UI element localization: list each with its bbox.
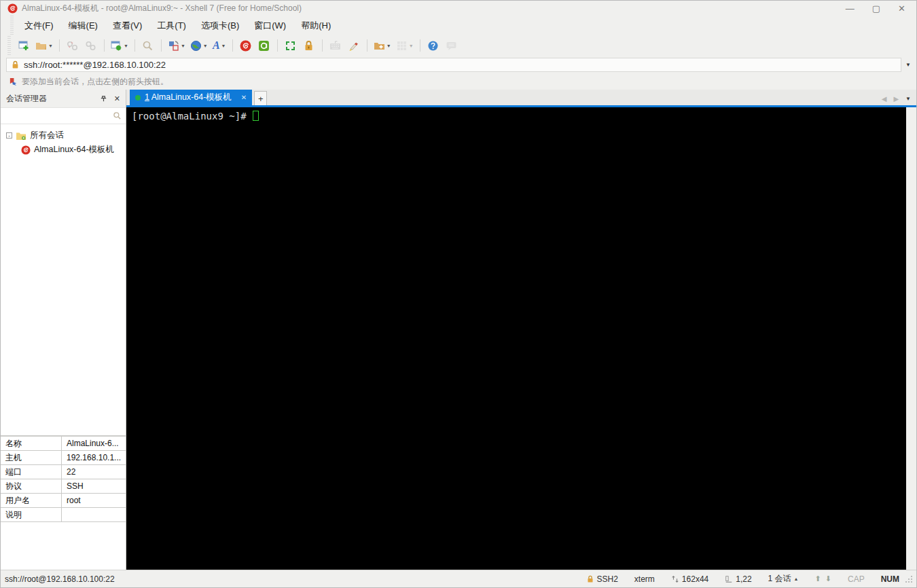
- address-lock-icon: [11, 60, 20, 69]
- terminal-scrollbar[interactable]: [906, 107, 916, 570]
- table-row: 用户名 root: [1, 493, 126, 507]
- font-dropdown[interactable]: ▼: [221, 43, 226, 48]
- keyboard-icon: [329, 40, 341, 52]
- menu-help[interactable]: 帮助(H): [294, 17, 338, 35]
- tab-label: 1 AlmaLinux-64-模板机: [145, 92, 232, 103]
- globe-icon: [190, 40, 202, 52]
- new-tab-button[interactable]: +: [254, 91, 267, 105]
- terminal-screen[interactable]: [root@AlmaLinux9 ~]#: [126, 107, 906, 570]
- sidebar-bottom-spacer: [1, 522, 126, 570]
- font-icon: A: [213, 40, 220, 51]
- collapse-expander-icon[interactable]: -: [6, 132, 12, 139]
- highlight-button[interactable]: [346, 37, 362, 54]
- open-folder-icon: [35, 40, 47, 52]
- xshell-session-icon: [21, 145, 31, 155]
- terminal-cursor: [253, 111, 259, 121]
- session-count-dropdown-icon[interactable]: ▲: [794, 576, 799, 581]
- tree-node-session[interactable]: AlmaLinux-64-模板机: [5, 143, 126, 157]
- disconnect-button[interactable]: [65, 37, 81, 54]
- font-button[interactable]: A ▼: [211, 37, 228, 54]
- window-resize-grip[interactable]: [905, 574, 914, 583]
- address-field[interactable]: ssh://root:******@192.168.10.100:22: [6, 58, 901, 72]
- property-label: 说明: [1, 508, 62, 521]
- session-search-box: [1, 108, 126, 124]
- status-session-nav: ⬆ ⬇: [807, 574, 840, 583]
- toolbar-separator: [59, 39, 60, 52]
- web-browser-dropdown[interactable]: ▼: [203, 43, 208, 48]
- tree-node-label: AlmaLinux-64-模板机: [34, 144, 114, 155]
- open-session-dropdown[interactable]: ▼: [48, 43, 53, 48]
- maximize-button[interactable]: ▢: [872, 3, 880, 14]
- tab-scroll-left-icon[interactable]: ◀: [882, 95, 887, 103]
- pin-icon[interactable]: [100, 95, 107, 103]
- feedback-button[interactable]: [444, 37, 460, 54]
- property-value: 22: [62, 465, 126, 479]
- reconnect-button[interactable]: [83, 37, 99, 54]
- web-browser-button[interactable]: ▼: [189, 37, 209, 54]
- session-properties-button[interactable]: ▼: [109, 37, 130, 54]
- open-session-button[interactable]: ▼: [34, 37, 54, 54]
- property-label: 名称: [1, 437, 62, 450]
- menubar-grip: [10, 16, 14, 36]
- session-properties-table: 名称 AlmaLinux-6... 主机 192.168.10.1... 端口 …: [1, 436, 126, 522]
- tab-active-session[interactable]: 1 AlmaLinux-64-模板机 ✕: [130, 90, 252, 105]
- lock-icon: [303, 40, 314, 52]
- compose-pane-button[interactable]: ▼: [166, 37, 187, 54]
- search-icon: [113, 111, 122, 120]
- toolbar-separator: [277, 39, 278, 52]
- fullscreen-button[interactable]: [283, 37, 299, 54]
- num-lock-label: NUM: [881, 574, 899, 584]
- status-terminal-size: 162x44: [663, 574, 717, 584]
- menu-view[interactable]: 查看(V): [106, 17, 149, 35]
- address-bar: ssh://root:******@192.168.10.100:22 ▼: [1, 55, 916, 74]
- status-terminal-type[interactable]: xterm: [626, 574, 663, 584]
- reconnect-icon: [85, 40, 96, 52]
- session-grid-button[interactable]: ▼: [395, 37, 415, 54]
- address-dropdown[interactable]: ▼: [905, 62, 911, 68]
- terminal-prompt: [root@AlmaLinux9 ~]#: [132, 111, 252, 122]
- menu-tabs[interactable]: 选项卡(B): [194, 17, 246, 35]
- compose-pane-dropdown[interactable]: ▼: [181, 43, 185, 48]
- status-num-lock: NUM: [873, 574, 901, 584]
- session-count-label: 1 会话: [768, 573, 791, 585]
- find-button[interactable]: [140, 37, 156, 54]
- caps-lock-label: CAP: [848, 574, 865, 584]
- menu-window[interactable]: 窗口(W): [247, 17, 293, 35]
- session-grid-dropdown[interactable]: ▼: [409, 43, 414, 48]
- tab-scroll-right-icon[interactable]: ▶: [893, 95, 899, 103]
- highlight-pen-icon: [348, 40, 359, 52]
- property-value: 192.168.10.1...: [62, 451, 126, 464]
- menu-edit[interactable]: 编辑(E): [62, 17, 105, 35]
- xftp-icon: [258, 40, 270, 52]
- close-button[interactable]: ✕: [898, 3, 905, 14]
- tree-node-all-sessions[interactable]: - 所有会话: [5, 128, 126, 143]
- session-properties-dropdown[interactable]: ▼: [124, 43, 128, 48]
- prev-session-icon[interactable]: ⬆: [815, 574, 821, 583]
- lock-screen-button[interactable]: [301, 37, 317, 54]
- menu-tools[interactable]: 工具(T): [150, 17, 193, 35]
- chat-bubble-icon: [446, 40, 457, 52]
- menubar: 文件(F) 编辑(E) 查看(V) 工具(T) 选项卡(B) 窗口(W) 帮助(…: [1, 16, 916, 36]
- minimize-button[interactable]: —: [846, 3, 855, 14]
- new-session-button[interactable]: [16, 37, 32, 54]
- table-row: 主机 192.168.10.1...: [1, 450, 126, 464]
- virtual-keyboard-button[interactable]: [327, 37, 344, 54]
- new-file-transfer-dropdown[interactable]: ▼: [386, 43, 391, 48]
- panel-close-icon[interactable]: ✕: [114, 94, 120, 103]
- xftp-button[interactable]: [256, 37, 272, 54]
- xshell-button[interactable]: [238, 37, 254, 54]
- session-properties-icon: [111, 40, 122, 52]
- tab-close-icon[interactable]: ✕: [236, 94, 247, 101]
- new-file-transfer-button[interactable]: ▼: [372, 37, 393, 54]
- menu-file[interactable]: 文件(F): [18, 17, 60, 35]
- tab-list-dropdown[interactable]: ▼: [905, 96, 911, 102]
- status-connection-url: ssh://root@192.168.10.100:22: [5, 574, 115, 584]
- status-session-count[interactable]: 1 会话 ▲: [760, 573, 807, 585]
- titlebar: AlmaLinux-64-模板机 - root@AlmaLinux9:~ - X…: [1, 1, 916, 16]
- session-search-input[interactable]: [5, 111, 113, 121]
- help-button[interactable]: [425, 37, 442, 54]
- new-session-icon: [18, 40, 30, 52]
- toolbar-separator: [134, 39, 135, 52]
- next-session-icon[interactable]: ⬇: [825, 574, 831, 583]
- xshell-logo-icon: [7, 3, 18, 14]
